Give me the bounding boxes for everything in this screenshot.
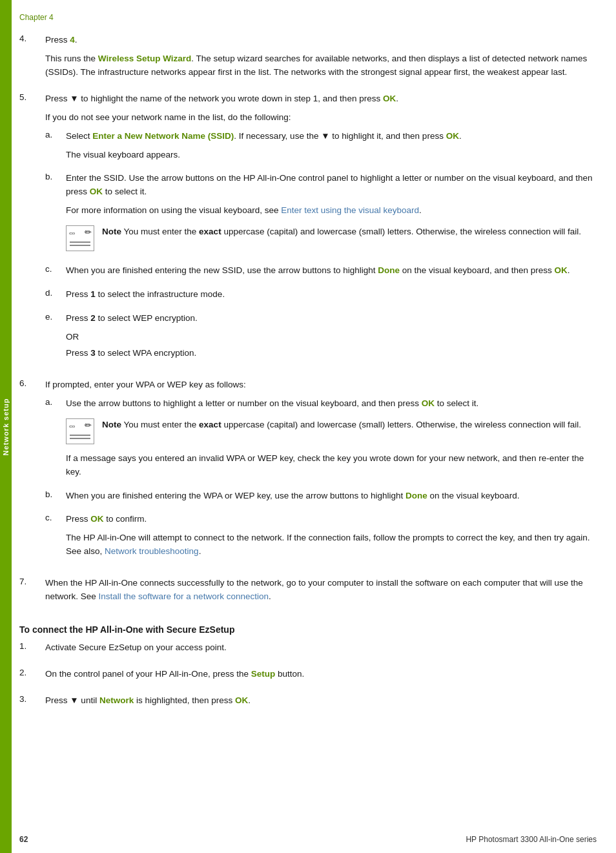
note-exact-6a: exact bbox=[199, 420, 221, 429]
step-7: 7. When the HP All-in-One connects succe… bbox=[19, 577, 597, 609]
section-step-3-ok: OK bbox=[235, 695, 248, 705]
step-5: 5. Press ▼ to highlight the name of the … bbox=[19, 92, 597, 371]
step-5-sub-intro: If you do not see your network name in t… bbox=[45, 111, 597, 125]
page-container: Network setup Chapter 4 4. Press 4. This… bbox=[0, 0, 616, 853]
wireless-setup-wizard-link[interactable]: Wireless Setup Wizard bbox=[98, 54, 192, 63]
step-6c-extra: The HP All-in-One will attempt to connec… bbox=[66, 531, 597, 559]
step-6b-content: When you are finished entering the WPA o… bbox=[66, 489, 597, 508]
install-software-link[interactable]: Install the software for a network conne… bbox=[99, 591, 269, 601]
step-7-para: When the HP All-in-One connects successf… bbox=[45, 577, 597, 604]
step-5a-ok: OK bbox=[446, 131, 459, 141]
step-5-number: 5. bbox=[19, 92, 45, 371]
step-5c-letter: c. bbox=[45, 264, 66, 283]
sidebar-label: Network setup bbox=[2, 398, 10, 455]
note-line-2 bbox=[70, 245, 90, 246]
step-5b-para: Enter the SSID. Use the arrow buttons on… bbox=[66, 172, 597, 199]
step-5a-para: Select Enter a New Network Name (SSID). … bbox=[66, 130, 597, 143]
step-6c-letter: c. bbox=[45, 513, 66, 564]
step-5e: e. Press 2 to select WEP encryption. OR … bbox=[45, 312, 597, 365]
section-step-1-content: Activate Secure EzSetup on your access p… bbox=[45, 641, 597, 660]
step-6-content: If prompted, enter your WPA or WEP key a… bbox=[45, 378, 597, 569]
step-5e-para2: Press 3 to select WPA encryption. bbox=[66, 347, 597, 360]
step-6b-para: When you are finished entering the WPA o… bbox=[66, 489, 597, 503]
note-icon-dots: ꜀꜆꜆ bbox=[69, 229, 75, 236]
main-content: Chapter 4 4. Press 4. This runs the Wire… bbox=[19, 0, 597, 740]
step-5d: d. Press 1 to select the infrastructure … bbox=[45, 288, 597, 307]
step-6c-ok: OK bbox=[90, 514, 103, 524]
step-4-bold: 4 bbox=[70, 35, 75, 45]
step-5c-para: When you are finished entering the new S… bbox=[66, 264, 597, 278]
section-step-3-content: Press ▼ until Network is highlighted, th… bbox=[45, 694, 597, 713]
step-6a-letter: a. bbox=[45, 397, 66, 484]
section-step-1: 1. Activate Secure EzSetup on your acces… bbox=[19, 641, 597, 660]
note-icon-6a-pencil: ✏ bbox=[85, 420, 92, 430]
footer-page: 62 bbox=[19, 835, 28, 844]
section-step-3-network: Network bbox=[99, 695, 134, 705]
footer-product: HP Photosmart 3300 All-in-One series bbox=[466, 835, 597, 844]
note-box-5b: ꜀꜆꜆ ✏ Note You must enter the exact uppe… bbox=[66, 225, 597, 251]
section-step-2-para: On the control panel of your HP All-in-O… bbox=[45, 668, 597, 681]
section-step-3-para: Press ▼ until Network is highlighted, th… bbox=[45, 694, 597, 708]
step-6b-letter: b. bbox=[45, 489, 66, 508]
step-7-content: When the HP All-in-One connects successf… bbox=[45, 577, 597, 609]
note-icon-pencil: ✏ bbox=[85, 227, 92, 237]
note-exact-5b: exact bbox=[199, 227, 221, 236]
step-5a: a. Select Enter a New Network Name (SSID… bbox=[45, 130, 597, 167]
section-step-1-number: 1. bbox=[19, 641, 45, 660]
section-step-2: 2. On the control panel of your HP All-i… bbox=[19, 668, 597, 686]
green-sidebar: Network setup bbox=[0, 0, 12, 853]
step-4-press: Press 4. bbox=[45, 34, 597, 47]
step-6c: c. Press OK to confirm. The HP All-in-On… bbox=[45, 513, 597, 564]
section-step-2-setup: Setup bbox=[251, 669, 276, 679]
note-text-6a: Note You must enter the exact uppercase … bbox=[102, 418, 581, 432]
step-5c-done: Done bbox=[378, 265, 400, 275]
note-line-6a-2 bbox=[70, 438, 90, 439]
section-step-3-number: 3. bbox=[19, 694, 45, 713]
step-4-para: This runs the Wireless Setup Wizard. The… bbox=[45, 52, 597, 79]
section-step-2-number: 2. bbox=[19, 668, 45, 686]
note-label-5b: Note bbox=[102, 227, 121, 236]
step-6a-content: Use the arrow buttons to highlight a let… bbox=[66, 397, 597, 484]
step-5c-content: When you are finished entering the new S… bbox=[66, 264, 597, 283]
step-6a: a. Use the arrow buttons to highlight a … bbox=[45, 397, 597, 484]
step-4-content: Press 4. This runs the Wireless Setup Wi… bbox=[45, 34, 597, 85]
note-icon-6a-dots: ꜀꜆꜆ bbox=[69, 422, 75, 429]
note-icon-5b: ꜀꜆꜆ ✏ bbox=[66, 225, 94, 251]
section-step-2-content: On the control panel of your HP All-in-O… bbox=[45, 668, 597, 686]
network-troubleshooting-link[interactable]: Network troubleshooting bbox=[105, 546, 199, 556]
note-label-6a: Note bbox=[102, 420, 121, 429]
step-5b-content: Enter the SSID. Use the arrow buttons on… bbox=[66, 172, 597, 259]
step-6-number: 6. bbox=[19, 378, 45, 569]
step-5d-1: 1 bbox=[90, 289, 96, 299]
step-6-intro: If prompted, enter your WPA or WEP key a… bbox=[45, 378, 597, 392]
note-icon-lines bbox=[70, 242, 90, 248]
note-line-6a-1 bbox=[70, 435, 90, 436]
step-5e-3: 3 bbox=[90, 348, 96, 358]
step-5a-extra: The visual keyboard appears. bbox=[66, 149, 597, 162]
step-5b: b. Enter the SSID. Use the arrow buttons… bbox=[45, 172, 597, 259]
note-icon-6a: ꜀꜆꜆ ✏ bbox=[66, 418, 94, 444]
step-6b: b. When you are finished entering the WP… bbox=[45, 489, 597, 508]
step-5e-letter: e. bbox=[45, 312, 66, 365]
note-icon-6a-lines bbox=[70, 435, 90, 441]
step-6: 6. If prompted, enter your WPA or WEP ke… bbox=[19, 378, 597, 569]
step-6c-para: Press OK to confirm. bbox=[66, 513, 597, 526]
step-6b-done: Done bbox=[406, 491, 427, 500]
step-5e-2: 2 bbox=[90, 313, 96, 323]
note-box-6a: ꜀꜆꜆ ✏ Note You must enter the exact uppe… bbox=[66, 418, 597, 444]
step-5b-extra: For more information on using the visual… bbox=[66, 204, 597, 218]
step-6a-para: Use the arrow buttons to highlight a let… bbox=[66, 397, 597, 411]
step-5a-content: Select Enter a New Network Name (SSID). … bbox=[66, 130, 597, 167]
step-5b-ok: OK bbox=[90, 187, 103, 196]
step-5-ok: OK bbox=[383, 94, 396, 103]
section-step-1-para: Activate Secure EzSetup on your access p… bbox=[45, 641, 597, 655]
step-5a-letter: a. bbox=[45, 130, 66, 167]
note-text-5b: Note You must enter the exact uppercase … bbox=[102, 225, 581, 239]
step-5e-content: Press 2 to select WEP encryption. OR Pre… bbox=[66, 312, 597, 365]
step-5-para: Press ▼ to highlight the name of the net… bbox=[45, 92, 597, 106]
enter-new-network-name-link[interactable]: Enter a New Network Name (SSID) bbox=[92, 131, 234, 141]
step-4: 4. Press 4. This runs the Wireless Setup… bbox=[19, 34, 597, 85]
footer: 62 HP Photosmart 3300 All-in-One series bbox=[19, 835, 597, 844]
step-6a-extra: If a message says you entered an invalid… bbox=[66, 452, 597, 479]
visual-keyboard-link[interactable]: Enter text using the visual keyboard bbox=[281, 205, 419, 215]
